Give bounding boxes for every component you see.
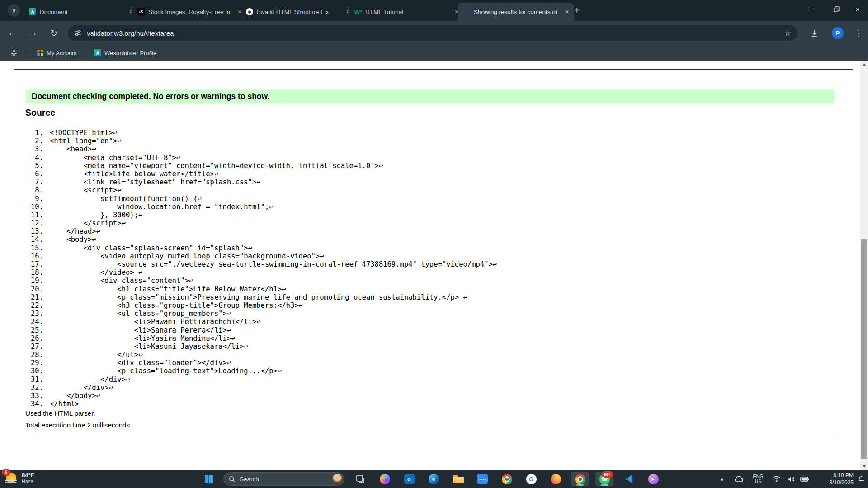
taskbar-search[interactable]: Search bbox=[223, 472, 344, 486]
clock-widget[interactable]: 6:10 PM 3/10/2025 bbox=[816, 472, 854, 486]
success-message: Document checking completed. No errors o… bbox=[32, 92, 269, 101]
code-line: 13. </head>↩ bbox=[0, 227, 850, 235]
code-line: 10. window.location.href = "index.html";… bbox=[0, 203, 850, 211]
tray-overflow-button[interactable]: ∧ bbox=[717, 470, 727, 488]
bookmarks-divider bbox=[28, 49, 28, 56]
tab-divider bbox=[240, 6, 240, 14]
outlook-button[interactable]: o bbox=[400, 472, 418, 486]
file-explorer-button[interactable] bbox=[449, 472, 467, 486]
kebab-menu-icon: ⋮ bbox=[855, 28, 863, 38]
wifi-button[interactable] bbox=[770, 470, 783, 488]
forward-button[interactable]: → bbox=[25, 25, 41, 41]
weather-widget[interactable]: 5 84°F Haze bbox=[5, 471, 34, 484]
whatsapp-button[interactable]: ☎ 99+ bbox=[595, 472, 613, 486]
battery-button[interactable] bbox=[798, 470, 811, 488]
language-indicator[interactable]: ENG US bbox=[750, 470, 766, 488]
bookmark-star-icon[interactable]: ☆ bbox=[784, 28, 791, 38]
bookmark-westminister-profile[interactable]: A Westminister Profile bbox=[94, 45, 156, 61]
address-bar[interactable]: validator.w3.org/nu/#textarea ☆ bbox=[68, 25, 797, 41]
close-tab-icon[interactable]: × bbox=[562, 7, 571, 16]
onedrive-button[interactable] bbox=[732, 470, 745, 488]
chrome-button[interactable] bbox=[498, 472, 516, 486]
downloads-button[interactable] bbox=[807, 26, 821, 40]
reload-button[interactable]: ↻ bbox=[46, 25, 61, 41]
code-line: 25. <li>Sanara Perera</li>↩ bbox=[0, 326, 850, 334]
chrome-icon bbox=[575, 474, 585, 484]
outlook-icon: o bbox=[404, 474, 415, 484]
new-tab-button[interactable]: + bbox=[571, 4, 583, 17]
code-line: 26. <li>Yasira Mandinu</li>↩ bbox=[0, 334, 850, 343]
task-view-button[interactable] bbox=[351, 472, 369, 486]
code-line: 16. <video autoplay muted loop class="ba… bbox=[0, 252, 850, 260]
nu-validator-favicon-icon: nu bbox=[463, 8, 470, 15]
tray-date: 3/10/2025 bbox=[816, 479, 854, 486]
bookmark-label: Westminister Profile bbox=[104, 50, 156, 56]
parser-note: Used the HTML parser. bbox=[25, 409, 95, 417]
chevron-down-icon: ∨ bbox=[12, 7, 16, 14]
copilot-icon bbox=[380, 474, 390, 484]
tab-validator-active[interactable]: nu Showing results for contents of × bbox=[458, 3, 574, 21]
vscode-icon bbox=[624, 474, 634, 484]
textarea-bottom-border bbox=[14, 69, 853, 70]
notifications-button[interactable] bbox=[856, 470, 866, 488]
reload-icon: ↻ bbox=[50, 28, 57, 38]
chevron-up-icon: ∧ bbox=[720, 476, 724, 482]
restore-icon bbox=[834, 6, 840, 12]
back-button[interactable]: ← bbox=[5, 25, 20, 41]
tab-chatgpt[interactable]: ∗ Invalid HTML Structure Fix × bbox=[241, 3, 355, 21]
apps-grid-icon[interactable] bbox=[11, 50, 17, 56]
volume-button[interactable] bbox=[785, 470, 797, 488]
search-highlight-avatar bbox=[332, 474, 342, 484]
code-line: 3. <head>↩ bbox=[0, 145, 850, 153]
code-line: 9. setTimeout(function() {↩ bbox=[0, 195, 850, 203]
code-line: 2.<html lang="en">↩ bbox=[0, 137, 850, 145]
media-player-button[interactable]: ▶ bbox=[644, 472, 662, 486]
haze-weather-icon: 5 bbox=[5, 471, 18, 484]
window-minimize-button[interactable] bbox=[800, 0, 821, 18]
tab-divider bbox=[348, 6, 349, 14]
site-settings-icon[interactable] bbox=[74, 29, 81, 37]
tab-stock-images[interactable]: iS Stock Images, Royalty-Free Ima × bbox=[132, 3, 247, 21]
tab-html-tutorial[interactable]: W³ HTML Tutorial × bbox=[349, 3, 464, 21]
google-button[interactable]: G bbox=[522, 472, 540, 486]
code-line: 12. </script>↩ bbox=[0, 219, 850, 227]
weather-condition: Haze bbox=[22, 479, 34, 484]
copilot-button[interactable] bbox=[376, 472, 394, 486]
address-input[interactable]: validator.w3.org/nu/#textarea bbox=[87, 29, 174, 37]
folder-icon bbox=[453, 475, 464, 484]
profile-avatar[interactable]: P bbox=[832, 27, 844, 39]
scroll-down-arrow-icon[interactable] bbox=[860, 462, 868, 470]
search-placeholder: Search bbox=[240, 476, 259, 483]
vscode-button[interactable] bbox=[620, 472, 638, 486]
windows-logo-icon bbox=[204, 474, 213, 483]
battery-icon bbox=[800, 477, 809, 482]
page-content: Document checking completed. No errors o… bbox=[0, 61, 868, 470]
zoom-button[interactable]: zoom bbox=[473, 472, 491, 486]
code-line: 11. }, 3000);↩ bbox=[0, 211, 850, 219]
code-line: 33. </body>↩ bbox=[0, 392, 850, 400]
scroll-up-arrow-icon[interactable] bbox=[860, 61, 868, 68]
scrollbar-thumb[interactable] bbox=[861, 239, 867, 459]
page-scrollbar[interactable] bbox=[860, 61, 868, 470]
taskbar: 5 84°F Haze Search bbox=[0, 470, 868, 488]
tray-time: 6:10 PM bbox=[816, 472, 854, 479]
code-line: 20. <h1 class="title">Life Below Water</… bbox=[0, 285, 850, 293]
edge-button[interactable]: e bbox=[425, 472, 443, 486]
browser-menu-button[interactable]: ⋮ bbox=[852, 26, 865, 40]
bookmark-my-account[interactable]: My Account bbox=[37, 45, 77, 61]
whatsapp-badge: 99+ bbox=[602, 471, 613, 478]
chrome-active-button[interactable] bbox=[571, 472, 589, 486]
window-close-button[interactable]: × bbox=[847, 0, 868, 18]
wifi-icon bbox=[773, 476, 781, 482]
code-line: 29. <div class="loader"></div>↩ bbox=[0, 359, 850, 367]
lang-bottom: US bbox=[753, 479, 764, 484]
start-button[interactable] bbox=[200, 472, 218, 486]
screen: ∨ A Document × iS Stock Images, Royalty-… bbox=[0, 0, 868, 488]
code-line: 21. <p class="mission">Preserving marine… bbox=[0, 293, 850, 301]
tab-document[interactable]: A Document × bbox=[24, 3, 138, 21]
code-line: 15. <div class="splash-screen" id="splas… bbox=[0, 244, 850, 252]
tab-search-button[interactable]: ∨ bbox=[8, 4, 20, 17]
tab-label: HTML Tutorial bbox=[365, 9, 448, 15]
firefox-button[interactable] bbox=[547, 472, 565, 486]
window-maximize-button[interactable] bbox=[826, 0, 847, 18]
